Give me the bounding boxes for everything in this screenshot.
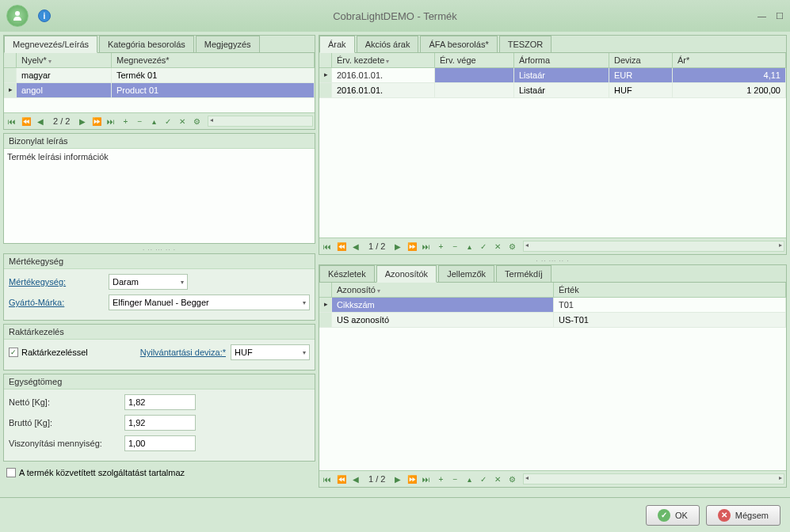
nav-scrollbar[interactable]: ◂▸ (523, 473, 784, 484)
info-icon[interactable]: i (38, 10, 51, 22)
nav-add-icon[interactable]: + (434, 240, 447, 253)
nav-last-icon[interactable]: ⏭ (420, 240, 433, 253)
nav-edit-icon[interactable]: ▴ (463, 473, 475, 485)
nav-cancel-icon[interactable]: ✕ (176, 115, 189, 127)
col-nyelv[interactable]: Nyelv* (17, 53, 112, 67)
nav-nextpage-icon[interactable]: ⏩ (406, 240, 418, 253)
tab-keszletek[interactable]: Készletek (319, 265, 375, 282)
nav-ok-icon[interactable]: ✓ (162, 115, 174, 127)
nav-first-icon[interactable]: ⏮ (6, 115, 18, 127)
window-title: CobraLightDEMO - Termék (333, 10, 457, 22)
col-ar[interactable]: Ár* (673, 53, 786, 67)
nav-remove-icon[interactable]: − (448, 240, 461, 253)
brutto-input[interactable] (124, 415, 196, 431)
nav-page: 1 / 2 (364, 474, 390, 484)
currency-combo[interactable]: HUF▾ (231, 344, 310, 360)
nav-cancel-icon[interactable]: ✕ (491, 473, 504, 485)
nav-nextpage-icon[interactable]: ⏩ (90, 115, 103, 127)
stock-checkbox-label: Raktárkezeléssel (21, 348, 88, 357)
nav-prev-icon[interactable]: ◀ (349, 473, 362, 485)
col-arforma[interactable]: Árforma (514, 53, 609, 67)
tab-megnevezes[interactable]: Megnevezés/Leírás (4, 36, 97, 53)
nav-next-icon[interactable]: ▶ (76, 115, 89, 127)
minimize-icon[interactable]: — (758, 11, 766, 21)
nav-gear-icon[interactable]: ⚙ (506, 473, 518, 485)
tab-arak[interactable]: Árak (319, 36, 355, 53)
cancel-button[interactable]: ✕ Mégsem (706, 505, 780, 526)
nav-edit-icon[interactable]: ▴ (463, 240, 475, 253)
app-icon[interactable] (6, 5, 29, 27)
table-row[interactable]: 2016.01.01. Listaár HUF 1 200,00 (319, 83, 786, 98)
nav-first-icon[interactable]: ⏮ (321, 473, 334, 485)
nav-prev-icon[interactable]: ◀ (349, 240, 362, 253)
nav-add-icon[interactable]: + (119, 115, 132, 127)
nav-ok-icon[interactable]: ✓ (477, 473, 490, 485)
nav-page: 2 / 2 (48, 116, 74, 126)
ok-label: OK (675, 511, 688, 520)
row-indicator: ▸ (319, 298, 332, 312)
service-checkbox[interactable] (6, 468, 16, 477)
tab-akcios[interactable]: Akciós árak (357, 36, 419, 52)
table-row[interactable]: ▸ Cikkszám T01 (319, 298, 786, 313)
nav-scrollbar[interactable]: ◂ (208, 116, 313, 127)
chevron-down-icon: ▾ (303, 299, 306, 306)
tab-afa[interactable]: ÁFA besorolás* (420, 36, 497, 52)
nav-edit-icon[interactable]: ▴ (147, 115, 160, 127)
nav-cancel-icon[interactable]: ✕ (491, 240, 504, 253)
stock-checkbox[interactable]: ✓ (9, 348, 18, 357)
maximize-icon[interactable]: ☐ (776, 11, 784, 21)
splitter[interactable]: . .. ... .. . (3, 247, 315, 250)
nav-next-icon[interactable]: ▶ (391, 473, 404, 485)
col-ertek[interactable]: Érték (554, 283, 786, 297)
splitter[interactable]: . .. ... .. . (319, 258, 787, 261)
tab-kategoria[interactable]: Kategória besorolás (99, 36, 194, 52)
nav-add-icon[interactable]: + (434, 473, 447, 485)
row-indicator: ▸ (319, 68, 332, 82)
row-indicator (4, 68, 17, 82)
desc-textarea[interactable] (4, 149, 315, 243)
cell-id: Cikkszám (332, 298, 554, 312)
tab-jellemzok[interactable]: Jellemzők (438, 265, 494, 282)
nav-last-icon[interactable]: ⏭ (420, 473, 433, 485)
unit-combo[interactable]: Daram▾ (109, 274, 188, 290)
nav-next-icon[interactable]: ▶ (391, 240, 404, 253)
nav-scrollbar[interactable]: ◂▸ (523, 241, 784, 252)
nav-nextpage-icon[interactable]: ⏩ (406, 473, 418, 485)
tab-termekdij[interactable]: Termékdíj (496, 265, 551, 282)
netto-input[interactable] (124, 394, 196, 410)
nav-first-icon[interactable]: ⏮ (321, 240, 334, 253)
col-azonosito[interactable]: Azonosító (332, 283, 554, 297)
cell-start: 2016.01.01. (332, 83, 435, 97)
nav-ok-icon[interactable]: ✓ (477, 240, 490, 253)
cell-start: 2016.01.01. (332, 68, 435, 82)
nav-prevpage-icon[interactable]: ⏪ (335, 473, 348, 485)
table-row[interactable]: ▸ angol Product 01 (4, 83, 315, 98)
table-row[interactable]: ▸ 2016.01.01. Listaár EUR 4,11 (319, 68, 786, 83)
cell-curr: HUF (609, 83, 673, 97)
nav-remove-icon[interactable]: − (133, 115, 146, 127)
unit-section-title: Mértékegység (4, 254, 315, 269)
col-erv-kezdete[interactable]: Érv. kezdete (332, 53, 435, 67)
tab-megjegyzes[interactable]: Megjegyzés (196, 36, 260, 52)
col-megnevezes[interactable]: Megnevezés* (112, 53, 315, 67)
nav-gear-icon[interactable]: ⚙ (506, 240, 518, 253)
unit-label[interactable]: Mértékegység: (9, 277, 104, 287)
col-erv-vege[interactable]: Érv. vége (435, 53, 514, 67)
ref-input[interactable] (124, 435, 196, 451)
currency-label[interactable]: Nyilvántartási deviza:* (140, 348, 226, 357)
tab-azonositok[interactable]: Azonosítók (376, 265, 437, 283)
table-row[interactable]: US azonosító US-T01 (319, 313, 786, 328)
nav-prev-icon[interactable]: ◀ (34, 115, 47, 127)
ok-button[interactable]: ✓ OK (646, 505, 700, 526)
nav-last-icon[interactable]: ⏭ (105, 115, 117, 127)
tab-teszor[interactable]: TESZOR (499, 36, 552, 52)
brand-label[interactable]: Gyártó-Márka: (9, 298, 104, 307)
nav-remove-icon[interactable]: − (448, 473, 461, 485)
col-deviza[interactable]: Deviza (609, 53, 673, 67)
footer: ✓ OK ✕ Mégsem (0, 497, 790, 532)
nav-gear-icon[interactable]: ⚙ (190, 115, 203, 127)
brand-combo[interactable]: Elfinger Manuel - Begger▾ (109, 294, 310, 310)
nav-prevpage-icon[interactable]: ⏪ (335, 240, 348, 253)
table-row[interactable]: magyar Termék 01 (4, 68, 315, 83)
nav-prevpage-icon[interactable]: ⏪ (20, 115, 32, 127)
